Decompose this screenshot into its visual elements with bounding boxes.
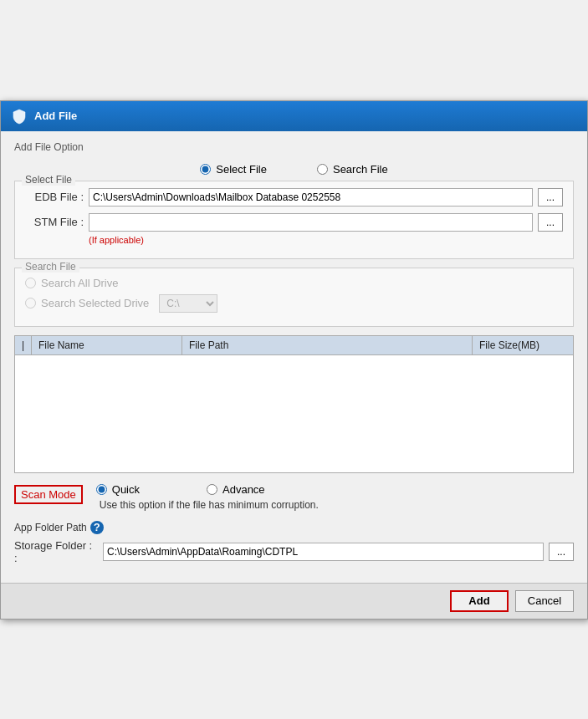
storage-folder-input[interactable]	[103, 543, 544, 561]
search-file-option[interactable]: Search File	[317, 163, 388, 176]
cancel-button[interactable]: Cancel	[515, 590, 574, 612]
edb-file-row: EDB File : ...	[25, 188, 563, 207]
edb-file-input[interactable]	[89, 188, 533, 207]
title-bar: Add File	[1, 101, 587, 131]
add-file-option-row: Select File Search File	[14, 158, 574, 181]
select-file-label: Select File	[216, 163, 267, 176]
app-folder-title: App Folder Path	[14, 522, 87, 533]
edb-browse-button[interactable]: ...	[538, 188, 563, 207]
scan-options: Quick Advance Use this option if the fil…	[96, 483, 574, 511]
stm-file-input[interactable]	[89, 213, 533, 232]
advance-scan-label: Advance	[222, 483, 265, 496]
table-body	[15, 355, 573, 472]
dialog-footer: Add Cancel	[1, 583, 587, 619]
quick-scan-label: Quick	[112, 483, 140, 496]
select-file-section: Select File EDB File : ... STM File : ..…	[14, 181, 574, 259]
search-selected-drive-label: Search Selected Drive	[41, 297, 149, 309]
drive-select[interactable]: C:\	[159, 294, 217, 313]
app-folder-section: App Folder Path ? Storage Folder : : ...	[14, 521, 574, 564]
storage-folder-label: Storage Folder : :	[14, 539, 98, 564]
add-file-option-label: Add File Option	[14, 141, 574, 153]
add-button[interactable]: Add	[450, 590, 509, 612]
table-col-filename: File Name	[32, 336, 182, 354]
search-file-label: Search File	[333, 163, 388, 176]
table-col-filesize: File Size(MB)	[473, 336, 573, 354]
shield-icon	[11, 108, 28, 125]
search-file-radio[interactable]	[317, 164, 328, 175]
storage-browse-button[interactable]: ...	[549, 543, 574, 561]
table-col-check: |	[15, 336, 32, 354]
file-table: | File Name File Path File Size(MB)	[14, 335, 574, 473]
dialog-content: Add File Option Select File Search File …	[1, 131, 587, 583]
app-folder-title-row: App Folder Path ?	[14, 521, 574, 534]
scan-mode-label: Scan Mode	[14, 485, 83, 504]
table-col-filepath: File Path	[182, 336, 473, 354]
quick-scan-radio[interactable]	[96, 484, 107, 495]
search-file-section: Search File Search All Drive Search Sele…	[14, 268, 574, 327]
scan-radio-row: Quick Advance	[96, 483, 574, 496]
select-file-legend: Select File	[22, 174, 75, 186]
scan-hint-text: Use this option if the file has minimum …	[100, 499, 574, 511]
search-all-drive-radio[interactable]	[25, 278, 36, 288]
stm-browse-button[interactable]: ...	[538, 213, 563, 232]
search-selected-drive-option[interactable]: Search Selected Drive	[25, 297, 149, 309]
help-icon[interactable]: ?	[90, 521, 104, 534]
select-file-radio[interactable]	[200, 164, 211, 175]
search-file-legend: Search File	[22, 261, 79, 273]
dialog-title: Add File	[34, 110, 77, 122]
if-applicable-text: (If applicable)	[89, 235, 563, 245]
stm-file-label: STM File :	[25, 216, 84, 228]
scan-mode-area: Scan Mode Quick Advance Use this option …	[14, 480, 574, 514]
stm-file-row: STM File : ...	[25, 213, 563, 232]
edb-file-label: EDB File :	[25, 191, 84, 203]
advance-scan-radio[interactable]	[207, 484, 217, 495]
search-all-drive-row: Search All Drive	[25, 277, 563, 289]
storage-folder-row: Storage Folder : : ...	[14, 539, 574, 564]
search-all-drive-option[interactable]: Search All Drive	[25, 277, 118, 289]
search-selected-drive-radio[interactable]	[25, 298, 36, 309]
table-header: | File Name File Path File Size(MB)	[15, 336, 573, 355]
advance-scan-option[interactable]: Advance	[207, 483, 265, 496]
search-selected-drive-row: Search Selected Drive C:\	[25, 294, 563, 313]
search-all-drive-label: Search All Drive	[41, 277, 118, 289]
quick-scan-option[interactable]: Quick	[96, 483, 140, 496]
add-file-dialog: Add File Add File Option Select File Sea…	[0, 100, 588, 620]
select-file-option[interactable]: Select File	[200, 163, 267, 176]
